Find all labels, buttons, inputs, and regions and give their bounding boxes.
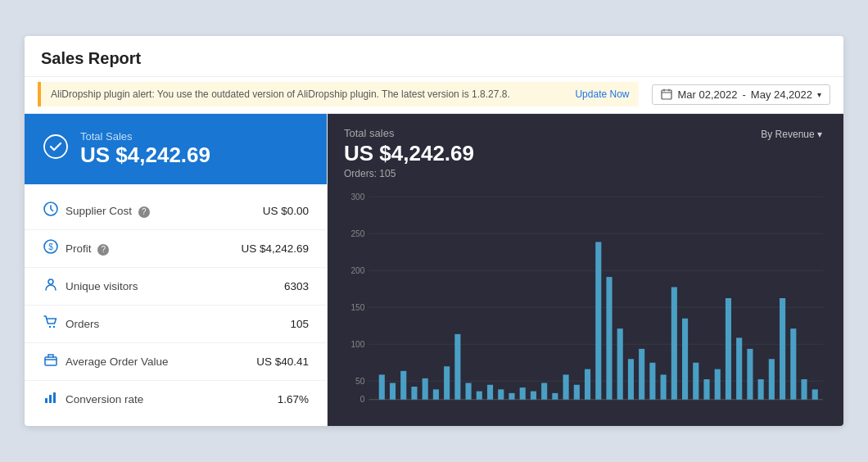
total-sales-value: US $4,242.69 (80, 143, 210, 168)
svg-rect-64 (790, 328, 796, 400)
svg-rect-47 (606, 277, 612, 400)
svg-rect-66 (812, 389, 818, 399)
svg-point-1 (44, 135, 67, 158)
svg-rect-58 (726, 298, 731, 400)
svg-text:Apr 01: Apr 01 (550, 408, 575, 409)
metric-profit: $ Profit ? US $4,242.69 (25, 230, 327, 268)
card-header: Sales Report (25, 36, 843, 77)
svg-point-7 (53, 326, 55, 328)
svg-rect-32 (444, 366, 450, 400)
svg-rect-40 (531, 392, 536, 400)
svg-rect-33 (454, 334, 460, 400)
svg-text:250: 250 (350, 228, 364, 238)
sales-report-card: Sales Report AliDropship plugin alert: Y… (25, 36, 843, 426)
svg-text:$: $ (48, 242, 53, 251)
chart-total: US $4,242.69 (344, 141, 474, 166)
profit-label: Profit ? (66, 242, 241, 256)
unique-visitors-label: Unique visitors (66, 280, 284, 292)
chart-title: Total sales (344, 127, 474, 139)
left-panel: Total Sales US $4,242.69 Supplier Cost (25, 114, 328, 426)
supplier-cost-value: US $0.00 (263, 205, 309, 217)
svg-text:200: 200 (350, 265, 364, 275)
svg-rect-61 (758, 379, 764, 400)
box-icon (43, 351, 66, 372)
svg-rect-9 (45, 398, 47, 403)
svg-rect-57 (715, 369, 721, 400)
svg-rect-50 (639, 349, 644, 400)
svg-rect-8 (45, 357, 57, 365)
svg-rect-43 (563, 374, 569, 399)
profit-help[interactable]: ? (97, 244, 109, 256)
dropdown-arrow: ▾ (817, 90, 821, 99)
svg-rect-27 (390, 383, 396, 400)
svg-rect-42 (552, 393, 558, 400)
orders-value: 105 (290, 318, 309, 330)
svg-rect-31 (433, 389, 439, 399)
svg-text:150: 150 (350, 301, 364, 312)
svg-rect-59 (736, 337, 742, 399)
total-sales-info: Total Sales US $4,242.69 (80, 130, 210, 168)
svg-rect-26 (379, 374, 385, 399)
metric-avg-order: Average Order Value US $40.41 (25, 343, 327, 381)
svg-rect-53 (671, 288, 677, 400)
orders-label: Orders (66, 318, 290, 330)
svg-rect-39 (520, 387, 526, 400)
svg-rect-65 (801, 379, 807, 400)
svg-rect-51 (649, 363, 655, 400)
svg-text:50: 50 (355, 375, 364, 386)
svg-rect-44 (574, 385, 580, 400)
total-sales-label: Total Sales (80, 130, 210, 143)
svg-text:0: 0 (360, 394, 365, 405)
person-icon (43, 276, 66, 297)
svg-rect-46 (595, 242, 601, 399)
svg-rect-54 (682, 319, 688, 400)
supplier-cost-help[interactable]: ? (138, 206, 150, 218)
svg-rect-10 (49, 395, 52, 403)
metric-conversion-rate: Conversion rate 1.67% (25, 381, 327, 418)
svg-rect-48 (617, 328, 623, 400)
alert-banner: AliDropship plugin alert: You use the ou… (38, 82, 639, 106)
chart-header: Total sales US $4,242.69 Orders: 105 By … (344, 127, 827, 179)
unique-visitors-value: 6303 (284, 280, 309, 292)
svg-text:Mar 16: Mar 16 (460, 408, 486, 409)
chart-orders: Orders: 105 (344, 168, 474, 179)
svg-text:May 01: May 01 (689, 408, 716, 409)
profit-value: US $4,242.69 (241, 242, 309, 255)
svg-rect-38 (509, 393, 514, 400)
svg-rect-37 (498, 389, 504, 399)
svg-rect-29 (411, 387, 417, 400)
svg-rect-30 (423, 378, 428, 400)
cart-icon (43, 314, 66, 334)
svg-rect-34 (466, 383, 472, 400)
svg-text:300: 300 (350, 191, 364, 202)
svg-rect-62 (769, 359, 775, 400)
svg-rect-52 (661, 374, 667, 399)
metric-unique-visitors: Unique visitors 6303 (25, 268, 327, 306)
metrics-list: Supplier Cost ? US $0.00 $ Profit ? (25, 184, 327, 426)
update-now-link[interactable]: Update Now (575, 88, 629, 100)
main-content: Total Sales US $4,242.69 Supplier Cost (25, 114, 843, 426)
svg-rect-28 (400, 371, 406, 400)
date-separator: - (742, 88, 745, 101)
by-revenue-button[interactable]: By Revenue ▾ (756, 127, 827, 142)
date-range-picker[interactable]: Mar 02,2022 - May 24,2022 ▾ (652, 84, 830, 105)
total-sales-box: Total Sales US $4,242.69 (25, 114, 327, 184)
svg-text:Apr 16: Apr 16 (599, 408, 623, 409)
conversion-rate-value: 1.67% (278, 393, 309, 405)
svg-point-6 (49, 326, 51, 328)
chart-area: 300 250 200 150 100 50 0 (344, 188, 827, 409)
svg-rect-60 (747, 349, 753, 400)
svg-rect-49 (628, 359, 634, 400)
metric-orders: Orders 105 (25, 306, 327, 343)
calendar-icon (661, 88, 672, 100)
metric-supplier-cost: Supplier Cost ? US $0.00 (25, 192, 327, 230)
date-start: Mar 02,2022 (677, 88, 737, 101)
svg-rect-56 (703, 379, 709, 400)
dollar-circle-icon: $ (43, 238, 66, 259)
bar-chart-svg: 300 250 200 150 100 50 0 (344, 188, 827, 409)
page-title: Sales Report (41, 49, 141, 68)
svg-rect-0 (662, 90, 671, 99)
svg-rect-45 (585, 369, 590, 400)
right-panel: Total sales US $4,242.69 Orders: 105 By … (328, 114, 843, 426)
svg-rect-55 (693, 363, 698, 400)
